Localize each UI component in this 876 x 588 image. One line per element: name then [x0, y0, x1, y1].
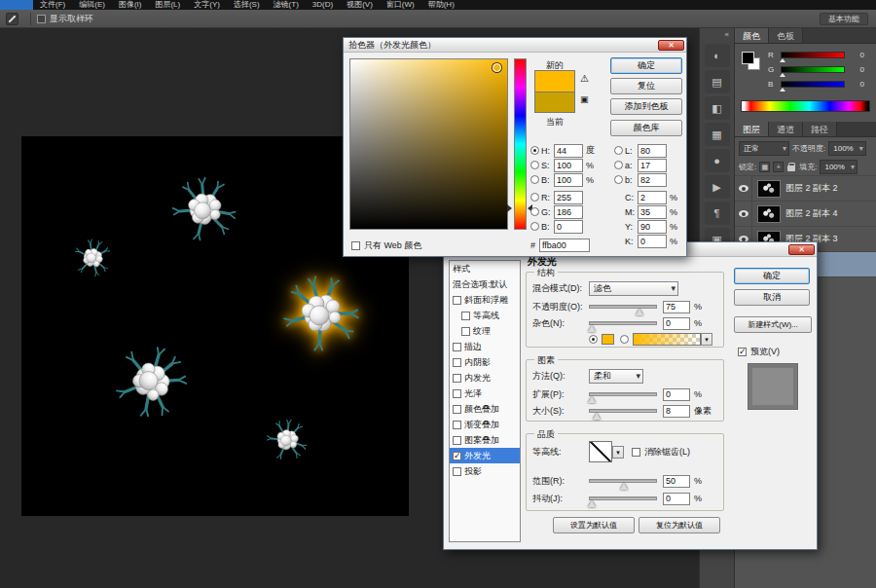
visibility-toggle[interactable] [735, 202, 752, 227]
style-item[interactable]: 渐变叠加 [450, 417, 520, 432]
gamut-warning-icon[interactable]: ⚠ [580, 73, 589, 84]
ok-button[interactable]: 确定 [610, 57, 682, 74]
field-input[interactable] [554, 159, 583, 172]
layer-blend-mode-select[interactable]: 正常 [739, 141, 789, 156]
channel-slider[interactable] [781, 66, 845, 73]
style-checkbox[interactable] [461, 327, 470, 336]
menu-item[interactable]: 文件(F) [33, 0, 72, 10]
style-item[interactable]: 等高线 [450, 308, 520, 323]
menu-item[interactable]: 图像(I) [112, 0, 149, 10]
visibility-toggle[interactable] [735, 176, 752, 202]
menu-item[interactable]: 选择(S) [227, 0, 267, 10]
style-checkbox[interactable] [453, 405, 461, 414]
cancel-button[interactable]: 取消 [734, 289, 810, 306]
slider-knob[interactable] [588, 500, 596, 507]
tab-layers[interactable]: 图层 [735, 122, 769, 136]
spread-input[interactable] [663, 388, 690, 401]
range-input[interactable] [663, 475, 690, 488]
gradient-fill-swatch[interactable] [633, 333, 701, 346]
workspace-switcher[interactable]: 基本功能 [820, 13, 868, 25]
style-checkbox[interactable] [453, 358, 461, 367]
preview-checkbox[interactable] [738, 348, 747, 356]
slider-knob[interactable] [780, 58, 785, 62]
web-only-checkbox[interactable] [351, 241, 360, 250]
field-radio[interactable] [530, 146, 539, 155]
hue-slider[interactable] [514, 58, 527, 230]
field-input[interactable] [554, 144, 583, 158]
tab-channels[interactable]: 通道 [769, 122, 803, 136]
style-item[interactable]: 投影 [450, 463, 520, 479]
size-slider[interactable] [589, 409, 657, 413]
style-checkbox[interactable] [453, 389, 461, 398]
style-checkbox[interactable] [453, 467, 461, 476]
hue-slider-arrow-left[interactable] [507, 204, 512, 212]
style-item[interactable]: 混合选项:默认 [450, 276, 520, 292]
color-picker-titlebar[interactable]: 拾色器（外发光颜色） ✕ [344, 38, 686, 53]
field-radio[interactable] [530, 193, 539, 202]
slider-knob[interactable] [780, 73, 785, 77]
adjustments-panel-icon[interactable]: ◧ [705, 96, 730, 120]
contour-picker-arrow[interactable]: ▾ [612, 446, 624, 459]
style-item[interactable]: 内发光 [450, 370, 520, 386]
add-to-swatches-button[interactable]: 添加到色板 [610, 98, 682, 115]
field-input[interactable] [638, 159, 667, 172]
field-radio[interactable] [530, 161, 539, 169]
lock-transparency-icon[interactable]: ▦ [759, 162, 770, 172]
history-panel-icon[interactable]: ◐ [705, 44, 730, 67]
layer-row[interactable]: 图层 2 副本 4 [735, 202, 876, 227]
style-item[interactable]: 纹理 [450, 323, 520, 339]
field-radio[interactable] [530, 175, 539, 184]
reset-default-button[interactable]: 复位为默认值 [639, 517, 720, 533]
menu-item[interactable]: 滤镜(T) [267, 0, 306, 10]
menu-item[interactable]: 文字(Y) [187, 0, 227, 10]
layer-fill-value[interactable]: 100% [820, 160, 857, 174]
layer-thumbnail[interactable] [757, 205, 781, 223]
field-radio[interactable] [614, 146, 623, 155]
blend-mode-select[interactable]: 滤色 [589, 281, 678, 296]
tab-paths[interactable]: 路径 [803, 122, 837, 136]
menu-item[interactable]: 窗口(W) [380, 0, 421, 10]
actions-panel-icon[interactable]: ▶ [705, 175, 730, 199]
field-input[interactable] [554, 220, 583, 234]
range-slider[interactable] [589, 479, 657, 483]
new-style-button[interactable]: 新建样式(W)... [734, 316, 812, 333]
field-radio[interactable] [614, 175, 623, 184]
style-item[interactable]: 内阴影 [450, 354, 520, 370]
layer-opacity-value[interactable]: 100% [828, 141, 865, 156]
style-checkbox[interactable] [453, 452, 461, 460]
close-icon[interactable]: ✕ [788, 244, 815, 255]
gradient-fill-radio[interactable] [620, 335, 629, 344]
tab-swatches[interactable]: 色板 [769, 28, 803, 43]
technique-select[interactable]: 柔和 [589, 369, 643, 384]
style-checkbox[interactable] [453, 374, 461, 383]
spread-slider[interactable] [589, 392, 657, 396]
channel-slider[interactable] [781, 52, 845, 58]
style-checkbox[interactable] [461, 312, 470, 320]
style-checkbox[interactable] [453, 436, 461, 445]
field-input[interactable] [638, 205, 667, 219]
ok-button[interactable]: 确定 [734, 268, 810, 284]
hex-input[interactable] [539, 239, 590, 252]
properties-panel-icon[interactable]: ▤ [705, 70, 730, 93]
jitter-slider[interactable] [589, 496, 657, 500]
slider-knob[interactable] [620, 483, 628, 490]
slider-knob[interactable] [636, 309, 643, 315]
field-input[interactable] [638, 235, 667, 248]
style-item[interactable]: 样式 [450, 261, 520, 276]
contour-thumbnail[interactable] [589, 441, 612, 462]
field-input[interactable] [638, 144, 667, 158]
tab-color[interactable]: 颜色 [735, 28, 769, 43]
foreground-color-swatch[interactable] [742, 52, 754, 64]
saturation-brightness-field[interactable] [349, 58, 508, 230]
slider-knob[interactable] [780, 88, 785, 92]
eyedropper-tool-icon[interactable] [6, 13, 18, 25]
field-radio[interactable] [614, 161, 623, 169]
slider-knob[interactable] [588, 396, 596, 403]
style-item[interactable]: 描边 [450, 339, 520, 354]
style-item[interactable]: 斜面和浮雕 [450, 292, 520, 308]
expand-panels-icon[interactable]: « [700, 28, 734, 41]
menu-item[interactable]: 帮助(H) [421, 0, 461, 10]
menu-item[interactable]: 视图(V) [340, 0, 380, 10]
lock-all-icon[interactable] [787, 165, 795, 171]
styles-panel-icon[interactable]: ▦ [705, 123, 730, 146]
